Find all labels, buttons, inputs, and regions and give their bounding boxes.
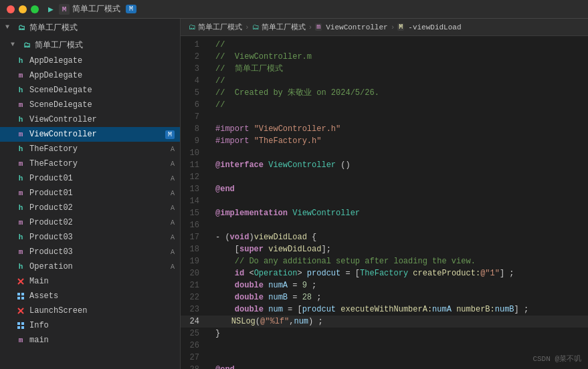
svg-rect-9 [21,322,24,325]
sidebar-item-main-x[interactable]: Main [0,274,180,289]
sidebar-items: hAppDelegatemAppDelegatehSceneDelegatemS… [0,53,180,348]
sidebar-item-type-17 [16,306,25,316]
code-line-20: 20 id <Operation> prodcut = [TheFactory … [181,267,588,279]
sidebar-item-type-3: m [16,100,25,110]
sidebar-item-label-11: Product02 [29,218,73,227]
line-content-3[interactable]: // 简单工厂模式 [213,63,283,75]
minimize-button[interactable] [19,5,27,13]
bc-method-icon: M [397,23,404,31]
sidebar-item-badge-12: A [171,234,175,241]
line-content-7[interactable] [213,111,220,123]
line-number-13: 13 [181,183,207,195]
sidebar-item-product03-m[interactable]: mProduct03A [0,245,180,259]
line-content-20[interactable]: id <Operation> prodcut = [TheFactory cre… [213,267,514,279]
sidebar-item-product02-h[interactable]: hProduct02A [0,201,180,215]
line-content-6[interactable]: // [213,99,225,111]
line-content-1[interactable]: // [213,39,225,51]
sidebar-item-operation-h[interactable]: hOperationA [0,259,180,274]
sidebar-item-appdelegate-m[interactable]: mAppDelegate [0,68,180,83]
line-content-16[interactable] [213,219,220,231]
sidebar-item-label-0: AppDelegate [29,56,82,66]
sidebar-item-badge-6: A [171,146,175,153]
sidebar-root-header[interactable]: ▼ 🗂 简单工厂模式 [0,19,180,36]
sidebar-item-launchscreen-x[interactable]: LaunchScreen [0,303,180,318]
sidebar-item-viewcontroller-m[interactable]: mViewControllerM [0,127,180,142]
line-content-22[interactable]: double numB = 28 ; [213,291,321,303]
chevron-down-icon: ▼ [5,23,13,31]
line-content-24[interactable]: NSLog(@"%lf",num) ; [209,316,323,328]
title-folder-icon: ▶ [45,4,56,15]
sidebar-item-thefactory-h[interactable]: hTheFactoryA [0,142,180,156]
code-token: @end [215,365,235,369]
code-token: ) ; [308,317,323,326]
line-content-10[interactable] [213,147,220,159]
sidebar-item-product03-h[interactable]: hProduct03A [0,230,180,245]
line-content-2[interactable]: // ViewController.m [213,51,312,63]
bc-label-2: 简单工厂模式 [262,22,306,32]
sidebar-item-thefactory-m[interactable]: mTheFactoryA [0,156,180,171]
code-line-4: 4// [181,75,588,87]
line-number-28: 28 [181,364,207,369]
sidebar-item-scenedelegate-m[interactable]: mSceneDelegate [0,98,180,112]
code-line-26: 26 [181,340,588,352]
code-token: id [235,269,244,278]
line-content-5[interactable]: // Created by 朱敬业 on 2024/5/26. [213,87,379,99]
line-content-21[interactable]: double numA = 9 ; [213,279,316,291]
sidebar-item-product01-h[interactable]: hProduct01A [0,171,180,186]
code-line-14: 14 [181,195,588,207]
line-content-14[interactable] [213,195,220,207]
code-line-2: 2// ViewController.m [181,51,588,63]
code-line-13: 13@end [181,183,588,195]
sidebar-item-type-2: h [16,86,25,95]
line-number-24: 24 [181,316,207,328]
maximize-button[interactable] [31,5,39,13]
sidebar-item-badge-9: A [171,190,175,197]
line-content-19[interactable]: // Do any additional setup after loading… [213,255,476,267]
sidebar-item-assets-assets[interactable]: Assets [0,289,180,303]
line-content-15[interactable]: @implementation ViewController [213,207,360,219]
code-line-19: 19 // Do any additional setup after load… [181,255,588,267]
line-content-12[interactable] [213,171,220,183]
line-content-23[interactable]: double num = [prodcut executeWithNumberA… [213,303,528,316]
code-editor[interactable]: 1//2// ViewController.m3// 简单工厂模式4//5// … [181,36,588,369]
line-content-27[interactable] [213,352,220,364]
close-button[interactable] [7,5,15,13]
sidebar-item-product01-m[interactable]: mProduct01A [0,186,180,201]
code-token: @"1" [480,269,500,278]
code-line-9: 9#import "TheFactory.h" [181,135,588,147]
line-content-9[interactable]: #import "TheFactory.h" [213,135,321,147]
line-content-11[interactable]: @interface ViewController () [213,159,351,171]
line-content-13[interactable]: @end [213,183,235,195]
code-token: numA [432,305,452,314]
code-token: } [215,329,220,338]
line-content-28[interactable]: @end [213,364,235,369]
code-token: viewDidLoad [254,233,307,242]
code-token: numA [268,281,288,290]
sidebar-item-viewcontroller-h[interactable]: hViewController [0,112,180,127]
sidebar-sub-header[interactable]: ▼ 🗂 简单工厂模式 [0,36,180,53]
sidebar-item-main-m[interactable]: mmain [0,333,180,348]
line-content-17[interactable]: - (void)viewDidLoad { [213,231,316,243]
line-content-8[interactable]: #import "ViewController.h" [213,123,340,135]
code-token: double [235,305,264,314]
sidebar-item-label-16: Assets [29,291,58,301]
line-number-25: 25 [181,328,207,340]
sidebar-item-label-15: Main [29,277,49,286]
sidebar-item-product02-m[interactable]: mProduct02A [0,215,180,230]
sidebar-item-appdelegate-h[interactable]: hAppDelegate [0,53,180,68]
sidebar-item-scenedelegate-h[interactable]: hSceneDelegate [0,83,180,98]
line-content-4[interactable]: // [213,75,225,87]
line-content-26[interactable] [213,340,220,352]
code-token: double [235,293,264,302]
code-token: executeWithNumberA: [340,305,432,314]
code-token: > [297,269,306,278]
line-content-25[interactable]: } [213,328,220,340]
sidebar-sub-title: 简单工厂模式 [35,39,83,51]
sidebar-item-info-grid[interactable]: Info [0,318,180,333]
line-number-14: 14 [181,195,207,207]
code-token: ; [307,281,316,290]
line-number-5: 5 [181,87,207,99]
line-content-18[interactable]: [super viewDidLoad]; [213,243,331,255]
line-number-26: 26 [181,340,207,352]
code-token: ) [249,233,254,242]
